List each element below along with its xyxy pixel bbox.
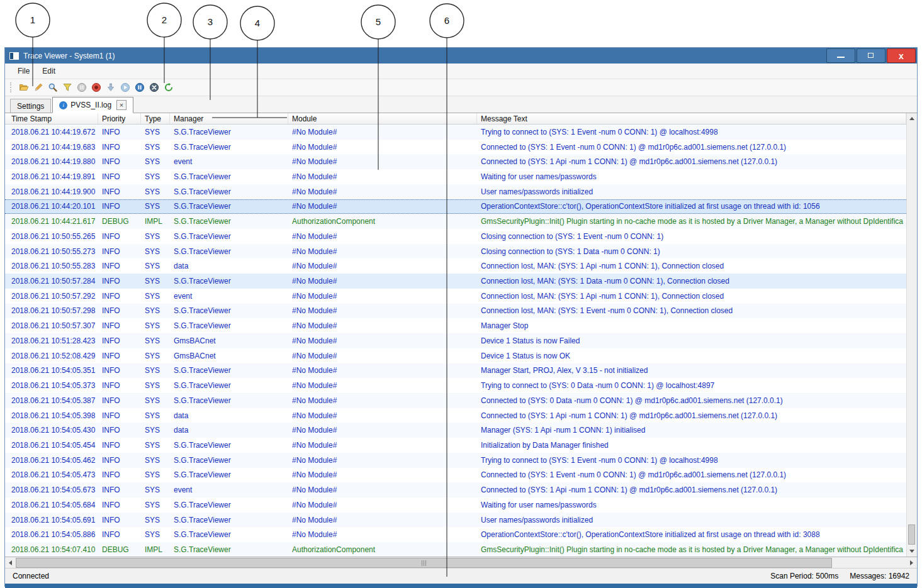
cell-type: SYS bbox=[141, 157, 170, 166]
record-icon[interactable] bbox=[90, 81, 103, 94]
menu-edit[interactable]: Edit bbox=[36, 65, 62, 77]
trace-viewer-window: Trace Viewer - System1 (1) x File Edit S… bbox=[4, 47, 918, 587]
table-row[interactable]: 2018.06.21 10:44:19.891INFOSYSS.G.TraceV… bbox=[5, 169, 906, 184]
cell-message: Closing connection to (SYS: 1 Event -num… bbox=[477, 232, 906, 241]
table-row[interactable]: 2018.06.21 10:54:07.410DEBUGIMPLS.G.Trac… bbox=[5, 542, 906, 557]
cell-priority: INFO bbox=[98, 172, 141, 181]
cell-timestamp: 2018.06.21 10:50:55.273 bbox=[5, 247, 98, 256]
callout-4 bbox=[240, 6, 274, 40]
column-header-type[interactable]: Type bbox=[141, 113, 170, 124]
cell-message: Initialization by Data Manager finished bbox=[477, 441, 906, 450]
tab-settings[interactable]: Settings bbox=[10, 99, 51, 113]
table-row[interactable]: 2018.06.21 10:54:05.684INFOSYSS.G.TraceV… bbox=[5, 497, 906, 513]
cell-manager: S.G.TraceViewer bbox=[170, 366, 288, 375]
tab-close-icon[interactable]: × bbox=[116, 100, 126, 110]
table-row[interactable]: 2018.06.21 10:54:05.351INFOSYSS.G.TraceV… bbox=[5, 363, 906, 379]
minimize-button[interactable] bbox=[826, 48, 855, 63]
cell-message: Manager Stop bbox=[477, 321, 906, 330]
table-row[interactable]: 2018.06.21 10:50:55.273INFOSYSS.G.TraceV… bbox=[5, 244, 906, 259]
column-header-manager[interactable]: Manager bbox=[170, 113, 288, 124]
filter-icon[interactable] bbox=[61, 81, 74, 94]
table-row[interactable]: 2018.06.21 10:52:08.429INFOSYSGmsBACnet#… bbox=[5, 348, 906, 363]
scroll-down-icon[interactable] bbox=[104, 81, 117, 94]
cell-message: Connection lost, MAN: (SYS: 1 Event -num… bbox=[477, 306, 906, 315]
table-row[interactable]: 2018.06.21 10:44:21.617DEBUGIMPLS.G.Trac… bbox=[5, 214, 906, 229]
cell-message: Connection lost, MAN: (SYS: 1 Data -num … bbox=[477, 277, 906, 286]
table-row[interactable]: 2018.06.21 10:51:28.423INFOSYSGmsBACnet#… bbox=[5, 333, 906, 348]
table-row[interactable]: 2018.06.21 10:54:05.691INFOSYSS.G.TraceV… bbox=[5, 513, 906, 528]
table-row[interactable]: 2018.06.21 10:50:57.307INFOSYSS.G.TraceV… bbox=[5, 318, 906, 333]
cell-timestamp: 2018.06.21 10:50:57.298 bbox=[5, 306, 98, 315]
horizontal-scrollbar-thumb[interactable] bbox=[16, 558, 832, 568]
cell-timestamp: 2018.06.21 10:54:05.351 bbox=[5, 366, 98, 375]
cell-module: #No Module# bbox=[288, 485, 477, 494]
column-header-priority[interactable]: Priority bbox=[98, 113, 141, 124]
scrollbar-down-icon[interactable] bbox=[907, 546, 917, 557]
cell-priority: INFO bbox=[98, 232, 141, 241]
close-button[interactable]: x bbox=[887, 48, 916, 63]
table-row[interactable]: 2018.06.21 10:44:19.683INFOSYSS.G.TraceV… bbox=[5, 140, 906, 155]
search-icon[interactable] bbox=[47, 81, 59, 94]
table-row[interactable]: 2018.06.21 10:54:05.398INFOSYSdata#No Mo… bbox=[5, 408, 906, 423]
table-row[interactable]: 2018.06.21 10:50:57.298INFOSYSS.G.TraceV… bbox=[5, 304, 906, 319]
table-row[interactable]: 2018.06.21 10:50:57.284INFOSYSS.G.TraceV… bbox=[5, 274, 906, 289]
stop-icon[interactable] bbox=[148, 81, 160, 94]
table-row[interactable]: 2018.06.21 10:54:05.673INFOSYSevent#No M… bbox=[5, 482, 906, 497]
table-row[interactable]: 2018.06.21 10:44:19.672INFOSYSS.G.TraceV… bbox=[5, 125, 906, 140]
message-count: Messages: 16942 bbox=[850, 572, 909, 580]
cell-priority: INFO bbox=[98, 411, 141, 420]
cell-timestamp: 2018.06.21 10:54:05.454 bbox=[5, 441, 98, 450]
cell-manager: GmsBACnet bbox=[170, 352, 288, 360]
refresh-icon[interactable] bbox=[162, 81, 175, 94]
cell-timestamp: 2018.06.21 10:44:21.617 bbox=[5, 217, 98, 226]
cell-priority: INFO bbox=[98, 143, 141, 152]
table-row[interactable]: 2018.06.21 10:54:05.473INFOSYSS.G.TraceV… bbox=[5, 468, 906, 483]
cell-type: SYS bbox=[141, 470, 170, 479]
scrollbar-right-icon[interactable] bbox=[906, 557, 917, 568]
table-row[interactable]: 2018.06.21 10:44:20.101INFOSYSS.G.TraceV… bbox=[5, 199, 906, 214]
table-row[interactable]: 2018.06.21 10:50:55.265INFOSYSS.G.TraceV… bbox=[5, 229, 906, 244]
cell-module: #No Module# bbox=[288, 336, 477, 345]
table-row[interactable]: 2018.06.21 10:54:05.454INFOSYSS.G.TraceV… bbox=[5, 438, 906, 453]
maximize-button[interactable] bbox=[857, 48, 885, 63]
table-row[interactable]: 2018.06.21 10:54:05.886INFOSYSS.G.TraceV… bbox=[5, 527, 906, 542]
table-row[interactable]: 2018.06.21 10:50:57.292INFOSYSevent#No M… bbox=[5, 289, 906, 304]
table-row[interactable]: 2018.06.21 10:50:55.283INFOSYSdata#No Mo… bbox=[5, 258, 906, 274]
cell-timestamp: 2018.06.21 10:44:19.683 bbox=[5, 143, 98, 152]
cell-module: #No Module# bbox=[288, 396, 477, 405]
cell-module: #No Module# bbox=[288, 277, 477, 286]
cell-priority: INFO bbox=[98, 262, 141, 270]
table-row[interactable]: 2018.06.21 10:54:05.462INFOSYSS.G.TraceV… bbox=[5, 453, 906, 468]
column-header-time-stamp[interactable]: Time Stamp bbox=[5, 113, 98, 124]
cell-timestamp: 2018.06.21 10:54:05.684 bbox=[5, 501, 98, 509]
pause-icon[interactable] bbox=[133, 81, 146, 94]
cell-timestamp: 2018.06.21 10:50:57.307 bbox=[5, 321, 98, 330]
cell-module: #No Module# bbox=[288, 232, 477, 241]
menu-file[interactable]: File bbox=[11, 65, 36, 77]
play-icon[interactable] bbox=[119, 81, 132, 94]
table-row[interactable]: 2018.06.21 10:54:05.387INFOSYSS.G.TraceV… bbox=[5, 393, 906, 408]
tab-pvss-log[interactable]: PVSS_II.log × bbox=[52, 97, 133, 113]
cell-timestamp: 2018.06.21 10:54:05.673 bbox=[5, 485, 98, 494]
column-header-module[interactable]: Module bbox=[288, 113, 477, 124]
cell-message: Trying to connect to (SYS: 0 Data -num 0… bbox=[477, 381, 906, 390]
table-row[interactable]: 2018.06.21 10:54:05.430INFOSYSdata#No Mo… bbox=[5, 423, 906, 438]
table-row[interactable]: 2018.06.21 10:44:19.900INFOSYSS.G.TraceV… bbox=[5, 184, 906, 199]
cell-manager: S.G.TraceViewer bbox=[170, 396, 288, 405]
scrollbar-left-icon[interactable] bbox=[5, 557, 16, 568]
cell-priority: INFO bbox=[98, 202, 141, 211]
table-row[interactable]: 2018.06.21 10:54:05.373INFOSYSS.G.TraceV… bbox=[5, 378, 906, 393]
vertical-scrollbar[interactable] bbox=[906, 113, 917, 557]
scrollbar-up-icon[interactable] bbox=[907, 113, 917, 124]
cell-message: GmsSecurityPlugin::Init() Plugin startin… bbox=[477, 545, 906, 554]
suspend-icon[interactable] bbox=[76, 81, 88, 94]
cell-priority: INFO bbox=[98, 321, 141, 330]
vertical-scrollbar-thumb[interactable] bbox=[908, 524, 915, 545]
edit-icon[interactable] bbox=[32, 81, 45, 94]
column-header-message-text[interactable]: Message Text bbox=[477, 113, 906, 124]
table-row[interactable]: 2018.06.21 10:44:19.880INFOSYSevent#No M… bbox=[5, 154, 906, 169]
cell-timestamp: 2018.06.21 10:54:05.398 bbox=[5, 411, 98, 420]
horizontal-scrollbar[interactable] bbox=[5, 557, 917, 568]
open-icon[interactable] bbox=[18, 81, 30, 94]
cell-manager: S.G.TraceViewer bbox=[170, 202, 288, 211]
